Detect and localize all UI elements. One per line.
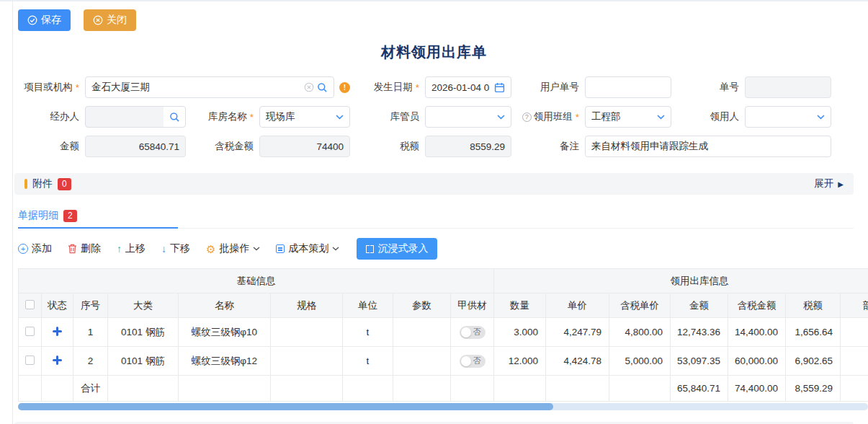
x-circle-icon	[93, 15, 103, 25]
supplied-toggle[interactable]: 否	[460, 355, 486, 368]
handler-label: 经办人	[18, 110, 79, 123]
cell-price-tax[interactable]: 4,800.00	[609, 318, 671, 347]
select-all-checkbox[interactable]	[25, 300, 35, 309]
doc-no-label: 单号	[677, 81, 739, 94]
chevron-down-icon	[336, 115, 344, 120]
col-unit: 单位	[343, 293, 393, 318]
calendar-icon[interactable]	[494, 82, 505, 93]
amount-field: 65840.71	[85, 136, 186, 157]
cell-name[interactable]: 螺纹三级钢φ10	[179, 318, 271, 347]
clear-icon[interactable]	[304, 82, 314, 92]
scrollbar-thumb[interactable]	[18, 403, 553, 410]
tab-detail-count-badge: 2	[63, 210, 77, 222]
table-row[interactable]: 1 0101 钢筋 螺纹三级钢φ10 t 否 3.000 4,247.79 4,…	[19, 318, 868, 347]
cell-category[interactable]: 0101 钢筋	[108, 347, 179, 376]
search-icon[interactable]	[317, 82, 328, 93]
project-field[interactable]: 金石大厦三期	[85, 76, 334, 98]
cell-price-tax[interactable]: 5,000.00	[609, 347, 671, 376]
col-qty: 数量	[494, 293, 546, 318]
col-tax: 税额	[786, 293, 841, 318]
cell-tax[interactable]: 1,656.64	[786, 318, 841, 347]
info-icon[interactable]	[339, 82, 350, 93]
attachment-expand-button[interactable]: 展开 ▶	[814, 177, 844, 190]
cell-param[interactable]	[393, 318, 451, 347]
move-up-button[interactable]: ↑上移	[117, 242, 146, 255]
attachment-section-bar[interactable]: 附件 0 展开 ▶	[14, 173, 854, 195]
close-button[interactable]: 关闭	[84, 9, 136, 31]
help-icon[interactable]	[522, 112, 532, 122]
team-select[interactable]: 工程部	[585, 106, 671, 128]
total-amount-tax: 74,400.00	[728, 376, 786, 402]
chevron-down-icon	[817, 115, 825, 120]
cell-qty[interactable]: 12.000	[494, 347, 546, 376]
cell-unit[interactable]: t	[343, 347, 393, 376]
col-seq: 序号	[73, 293, 108, 318]
cell-tax[interactable]: 6,902.65	[786, 347, 841, 376]
col-part: 部位	[841, 293, 868, 318]
amount-label: 金额	[18, 140, 79, 153]
tax-label: 税额	[356, 140, 419, 153]
attachment-label: 附件	[32, 177, 53, 190]
remark-field[interactable]: 来自材料领用申请跟踪生成	[585, 136, 831, 157]
chevron-down-icon	[497, 115, 505, 120]
cell-spec[interactable]	[271, 347, 343, 376]
check-circle-icon	[27, 15, 37, 25]
amount-tax-field: 74400	[259, 136, 350, 157]
arrow-down-icon: ↓	[161, 243, 166, 255]
table-row[interactable]: 2 0101 钢筋 螺纹三级钢φ12 t 否 12.000 4,424.78 5…	[19, 347, 868, 376]
cell-amount[interactable]: 12,743.36	[671, 318, 728, 347]
supplied-toggle[interactable]: 否	[460, 326, 486, 339]
project-value: 金石大厦三期	[91, 81, 301, 94]
recipient-label: 领用人	[677, 110, 739, 123]
expand-arrow-icon: ▶	[838, 180, 844, 188]
save-button[interactable]: 保存	[18, 9, 71, 31]
total-row: 合计 65,840.71 74,400.00 8,559.29	[19, 376, 868, 402]
horizontal-scrollbar[interactable]	[18, 403, 868, 410]
cell-amount[interactable]: 53,097.35	[671, 347, 728, 376]
date-field[interactable]: 2026-01-04 0	[425, 76, 511, 98]
row-checkbox[interactable]	[25, 355, 35, 365]
cell-qty[interactable]: 3.000	[494, 318, 546, 347]
keeper-label: 库管员	[356, 110, 419, 123]
cell-unit[interactable]: t	[343, 318, 393, 347]
cell-amount-tax[interactable]: 14,400.00	[728, 318, 786, 347]
batch-operations-menu[interactable]: ⚙批操作	[206, 242, 260, 255]
move-down-button[interactable]: ↓下移	[161, 242, 190, 255]
cell-category[interactable]: 0101 钢筋	[108, 318, 179, 347]
user-no-label: 用户单号	[517, 81, 579, 94]
cell-part[interactable]	[841, 318, 868, 347]
save-label: 保存	[41, 14, 61, 27]
cell-seq: 1	[73, 318, 108, 347]
group-header-row: 基础信息 领用出库信息	[19, 269, 868, 293]
immersive-entry-button[interactable]: 沉浸式录入	[357, 238, 437, 260]
warehouse-select[interactable]: 现场库	[259, 106, 350, 128]
user-no-field[interactable]	[585, 76, 671, 98]
handler-field[interactable]	[85, 106, 186, 128]
col-param: 参数	[393, 293, 451, 318]
cell-price[interactable]: 4,247.79	[546, 318, 609, 347]
team-label: 领用班组*	[517, 110, 579, 123]
cell-price[interactable]: 4,424.78	[546, 347, 609, 376]
delete-row-button[interactable]: 删除	[68, 242, 101, 255]
cell-part[interactable]	[841, 347, 868, 376]
recipient-select[interactable]	[745, 106, 831, 128]
search-icon[interactable]	[164, 107, 185, 127]
add-row-button[interactable]: 添加	[18, 242, 52, 255]
keeper-select[interactable]	[425, 106, 511, 128]
cost-planning-menu[interactable]: 成本策划	[276, 242, 339, 255]
cell-spec[interactable]	[271, 318, 343, 347]
cost-planning-icon	[276, 244, 285, 253]
tab-detail[interactable]: 单据明细 2	[18, 209, 178, 229]
cell-amount-tax[interactable]: 60,000.00	[728, 347, 786, 376]
total-label: 合计	[73, 376, 108, 402]
doc-no-field	[745, 76, 831, 98]
row-status-plus-icon[interactable]	[53, 327, 62, 336]
column-header-row: 状态 序号 大类 名称 规格 单位 参数 甲供材 数量 单价 含税单价 金额 含…	[19, 293, 868, 318]
tab-detail-label: 单据明细	[18, 209, 58, 222]
cell-param[interactable]	[393, 347, 451, 376]
row-status-plus-icon[interactable]	[53, 355, 62, 365]
row-checkbox[interactable]	[25, 327, 35, 336]
total-tax: 8,559.29	[786, 376, 841, 402]
detail-grid: 基础信息 领用出库信息 状态 序号 大类 名称 规格 单位 参数 甲供材 数量 …	[18, 268, 868, 402]
cell-name[interactable]: 螺纹三级钢φ12	[179, 347, 271, 376]
